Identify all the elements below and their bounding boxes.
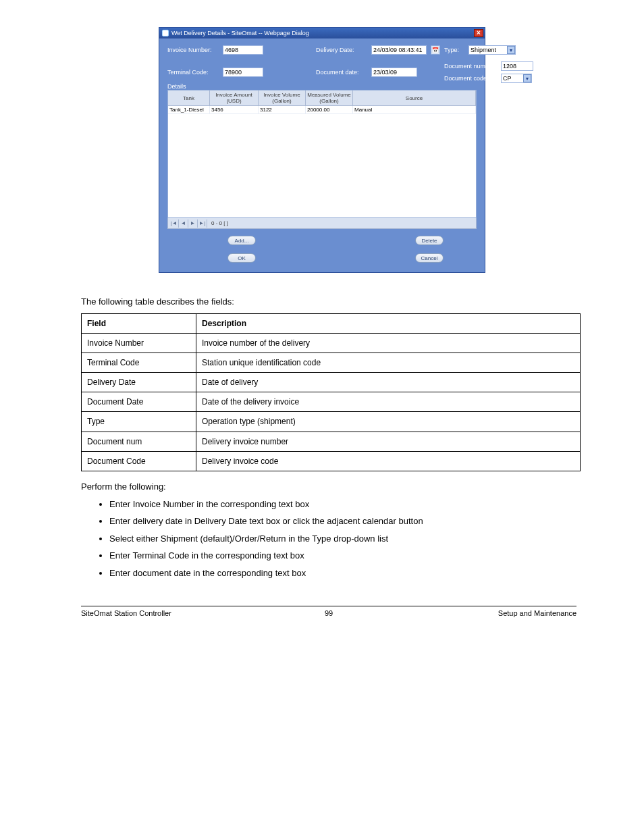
cell-field: Document Date	[82, 392, 196, 412]
document-date-input[interactable]	[371, 68, 417, 77]
cell-desc: Date of the delivery invoice	[196, 392, 581, 412]
cell-desc: Date of delivery	[196, 373, 581, 392]
terminal-code-input[interactable]	[223, 68, 263, 77]
perform-text: Perform the following:	[81, 481, 576, 493]
type-label: Type:	[444, 47, 464, 53]
close-icon[interactable]: ×	[474, 29, 483, 37]
cell-measured-volume: 20000.00	[306, 106, 353, 113]
invoice-number-input[interactable]	[223, 45, 263, 55]
col-source: Source	[353, 90, 476, 105]
cell-field: Invoice Number	[82, 333, 196, 353]
document-code-label: Document code:	[444, 75, 497, 82]
table-row: Document numDelivery invoice number	[82, 432, 581, 451]
table-row: Document DateDate of the delivery invoic…	[82, 392, 581, 412]
pager-first-icon[interactable]: |◄	[169, 219, 179, 228]
document-date-label: Document date:	[316, 69, 367, 76]
cell-desc: Station unique identification code	[196, 353, 581, 372]
details-label: Details	[167, 83, 186, 90]
intro-text: The following table describes the fields…	[81, 296, 576, 308]
pager-next-icon[interactable]: ►	[188, 219, 198, 228]
details-grid[interactable]: Tank Invoice Amount (USD) Invoice Volume…	[167, 90, 477, 218]
col-invoice-volume: Invoice Volume (Gallon)	[259, 90, 306, 105]
document-code-select[interactable]: CP ▼	[501, 74, 532, 83]
grid-row[interactable]: Tank_1-Diesel 3456 3122 20000.00 Manual	[168, 106, 476, 114]
list-item: Enter document date in the corresponding…	[109, 567, 576, 579]
cell-field: Document num	[82, 432, 196, 451]
type-value: Shipment	[471, 47, 506, 53]
cell-tank: Tank_1-Diesel	[168, 106, 210, 113]
list-item: Enter Terminal Code in the corresponding…	[109, 550, 576, 562]
cell-source: Manual	[353, 106, 476, 113]
cell-desc: Delivery invoice code	[196, 451, 581, 471]
cell-field: Terminal Code	[82, 353, 196, 372]
delivery-date-label: Delivery Date:	[316, 47, 367, 53]
terminal-code-label: Terminal Code:	[167, 69, 219, 76]
document-num-label: Document num:	[444, 63, 497, 70]
cell-desc: Operation type (shipment)	[196, 412, 581, 432]
footer-right: Setup and Maintenance	[411, 609, 576, 617]
ok-button[interactable]: OK	[227, 253, 256, 263]
cell-invoice-volume: 3122	[259, 106, 306, 113]
type-select[interactable]: Shipment ▼	[468, 45, 516, 55]
chevron-down-icon: ▼	[523, 74, 531, 82]
th-desc: Description	[196, 313, 581, 333]
chevron-down-icon: ▼	[507, 46, 515, 54]
pager-range: 0 - 0 [ ]	[207, 220, 232, 226]
th-field: Field	[82, 313, 196, 333]
cancel-button[interactable]: Cancel	[415, 253, 444, 263]
list-item: Enter Invoice Number in the correspondin…	[109, 498, 576, 511]
document-num-input[interactable]	[501, 61, 533, 71]
cell-desc: Invoice number of the delivery	[196, 333, 581, 353]
col-measured-volume: Measured Volume (Gallon)	[306, 90, 353, 105]
steps-list: Enter Invoice Number in the correspondin…	[109, 498, 576, 579]
pager-last-icon[interactable]: ►|	[198, 219, 207, 228]
table-row: Delivery DateDate of delivery	[82, 373, 581, 392]
fields-table: Field Description Invoice NumberInvoice …	[81, 313, 581, 472]
pager-prev-icon[interactable]: ◄	[179, 219, 188, 228]
dialog-title: Wet Delivery Details - SiteOmat -- Webpa…	[171, 30, 471, 36]
cell-field: Document Code	[82, 451, 196, 471]
col-tank: Tank	[168, 90, 210, 105]
table-row: Invoice NumberInvoice number of the deli…	[82, 333, 581, 353]
list-item: Select either Shipment (default)/Order/R…	[109, 533, 576, 545]
wet-delivery-dialog: Wet Delivery Details - SiteOmat -- Webpa…	[159, 27, 485, 273]
delivery-date-input[interactable]	[371, 45, 427, 55]
grid-header: Tank Invoice Amount (USD) Invoice Volume…	[168, 90, 476, 106]
table-row: Terminal CodeStation unique identificati…	[82, 353, 581, 372]
document-code-value: CP	[503, 75, 522, 82]
page-footer: SiteOmat Station Controller 99 Setup and…	[81, 606, 576, 617]
cell-invoice-amount: 3456	[210, 106, 259, 113]
delete-button[interactable]: Delete	[415, 236, 444, 245]
grid-pager: |◄ ◄ ► ►| 0 - 0 [ ]	[167, 218, 477, 229]
col-invoice-amount: Invoice Amount (USD)	[210, 90, 259, 105]
footer-left: SiteOmat Station Controller	[81, 609, 246, 617]
cell-field: Delivery Date	[82, 373, 196, 392]
list-item: Enter delivery date in Delivery Date tex…	[109, 515, 576, 527]
calendar-icon[interactable]: 📅	[431, 45, 440, 55]
add-button[interactable]: Add...	[227, 236, 256, 245]
table-row: TypeOperation type (shipment)	[82, 412, 581, 432]
invoice-number-label: Invoice Number:	[167, 47, 219, 53]
table-row: Document CodeDelivery invoice code	[82, 451, 581, 471]
cell-desc: Delivery invoice number	[196, 432, 581, 451]
footer-page: 99	[246, 609, 412, 617]
dialog-titlebar: Wet Delivery Details - SiteOmat -- Webpa…	[159, 28, 485, 38]
ie-icon	[162, 30, 169, 36]
cell-field: Type	[82, 412, 196, 432]
